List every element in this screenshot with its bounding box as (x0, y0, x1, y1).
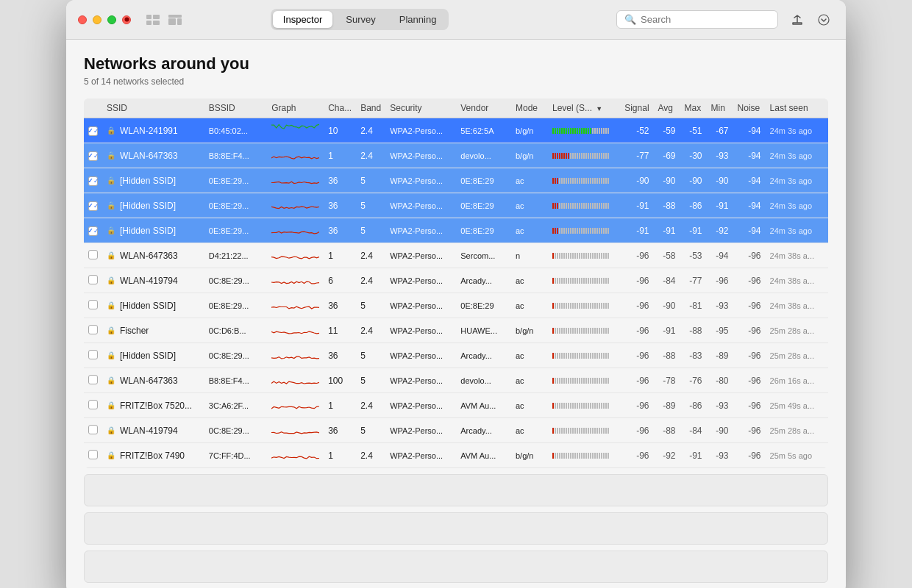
col-security[interactable]: Security (385, 98, 456, 118)
row-checkbox[interactable] (88, 350, 98, 359)
graph-cell (267, 268, 324, 293)
col-channel[interactable]: Cha... (324, 98, 356, 118)
level-bar (552, 377, 611, 384)
record-button[interactable] (122, 15, 131, 24)
signal-cell: -96 (620, 393, 653, 418)
page-subtitle: 5 of 14 networks selected (84, 76, 828, 87)
min-cell: -94 (707, 243, 733, 268)
channel-cell: 1 (324, 143, 356, 168)
col-mode[interactable]: Mode (511, 98, 548, 118)
vendor-cell: HUAWE... (456, 318, 511, 343)
avg-cell: -90 (654, 168, 680, 193)
table-row[interactable]: 🔒[Hidden SSID]0E:8E:29... 365WPA2-Perso.… (84, 293, 828, 318)
col-last-seen[interactable]: Last seen (766, 98, 828, 118)
avg-cell: -92 (654, 443, 680, 468)
row-checkbox[interactable] (88, 375, 98, 384)
col-vendor[interactable]: Vendor (456, 98, 511, 118)
col-bssid[interactable]: BSSID (204, 98, 267, 118)
graph-svg (271, 247, 319, 262)
row-checkbox[interactable] (88, 425, 98, 434)
table-row[interactable]: ✓🔒[Hidden SSID]0E:8E:29... 365WPA2-Perso… (84, 218, 828, 243)
table-row[interactable]: ✓🔒[Hidden SSID]0E:8E:29... 365WPA2-Perso… (84, 168, 828, 193)
row-checkbox[interactable] (88, 300, 98, 309)
band-cell: 5 (356, 368, 385, 393)
table-row[interactable]: 🔒FRITZ!Box 7520...3C:A6:2F... 12.4WPA2-P… (84, 393, 828, 418)
table-row[interactable]: 🔒WLAN-647363B8:8E:F4... 1005WPA2-Perso..… (84, 368, 828, 393)
vendor-cell: 0E:8E:29 (456, 218, 511, 243)
layout-icon[interactable] (168, 14, 182, 26)
signal-cell: -77 (620, 143, 653, 168)
level-bar (552, 252, 611, 259)
minimize-button[interactable] (93, 15, 101, 24)
level-bar (552, 202, 611, 209)
table-row[interactable]: 🔒WLAN-4197940C:8E:29... 365WPA2-Perso...… (84, 418, 828, 443)
row-checkbox[interactable]: ✓ (88, 226, 98, 236)
col-level[interactable]: Level (S... ▼ (548, 98, 620, 118)
row-checkbox[interactable] (88, 450, 98, 459)
nav-planning[interactable]: Planning (389, 11, 447, 28)
grid-icon[interactable] (146, 14, 160, 26)
ssid-cell: 🔒[Hidden SSID] (102, 218, 204, 243)
titlebar-actions (787, 10, 834, 30)
close-button[interactable] (78, 15, 87, 24)
table-row[interactable]: 🔒WLAN-4197940C:8E:29... 62.4WPA2-Perso..… (84, 268, 828, 293)
band-cell: 2.4 (356, 443, 385, 468)
level-bar (552, 227, 611, 234)
signal-cell: -91 (620, 193, 653, 218)
channel-cell: 36 (324, 168, 356, 193)
svg-rect-5 (168, 15, 182, 18)
security-cell: WPA2-Perso... (385, 118, 456, 143)
graph-svg (271, 297, 319, 312)
graph-cell (267, 318, 324, 343)
col-band[interactable]: Band (356, 98, 385, 118)
maximize-button[interactable] (107, 15, 116, 24)
share-button[interactable] (787, 10, 808, 30)
col-ssid[interactable]: SSID (102, 98, 204, 118)
col-max[interactable]: Max (680, 98, 707, 118)
min-cell: -92 (707, 218, 733, 243)
band-cell: 2.4 (356, 243, 385, 268)
lock-icon: 🔒 (107, 226, 115, 234)
col-avg[interactable]: Avg (654, 98, 680, 118)
nav-survey[interactable]: Survey (335, 11, 385, 28)
nav-inspector[interactable]: Inspector (273, 11, 332, 28)
search-input[interactable] (641, 14, 770, 25)
row-checkbox[interactable]: ✓ (88, 176, 98, 186)
table-row[interactable]: 🔒FRITZ!Box 74907C:FF:4D... 12.4WPA2-Pers… (84, 443, 828, 468)
svg-rect-4 (153, 21, 160, 25)
mode-cell: ac (511, 343, 548, 368)
col-noise[interactable]: Noise (733, 98, 766, 118)
table-row[interactable]: 🔒WLAN-647363D4:21:22... 12.4WPA2-Perso..… (84, 243, 828, 268)
row-checkbox[interactable] (88, 325, 98, 334)
col-signal[interactable]: Signal (620, 98, 653, 118)
avg-cell: -91 (654, 218, 680, 243)
signal-cell: -96 (620, 443, 653, 468)
lock-icon: 🔒 (107, 126, 115, 135)
last-seen-cell: 25m 28s a... (766, 318, 828, 343)
table-row[interactable]: ✓🔒WLAN-241991B0:45:02... 102.4WPA2-Perso… (84, 118, 828, 143)
mode-cell: ac (511, 293, 548, 318)
noise-cell: -96 (733, 293, 766, 318)
max-cell: -88 (680, 318, 707, 343)
row-checkbox[interactable]: ✓ (88, 201, 98, 211)
noise-cell: -96 (733, 368, 766, 393)
row-checkbox[interactable] (88, 250, 98, 259)
table-row[interactable]: 🔒Fischer0C:D6:B... 112.4WPA2-Perso...HUA… (84, 318, 828, 343)
row-checkbox[interactable] (88, 400, 98, 409)
row-checkbox[interactable]: ✓ (88, 151, 98, 161)
graph-cell (267, 293, 324, 318)
row-checkbox[interactable]: ✓ (88, 126, 98, 136)
table-row[interactable]: 🔒[Hidden SSID]0C:8E:29... 365WPA2-Perso.… (84, 343, 828, 368)
bssid-cell: B0:45:02... (204, 118, 267, 143)
search-bar[interactable]: 🔍 (616, 10, 778, 29)
mode-cell: ac (511, 268, 548, 293)
last-seen-cell: 26m 16s a... (766, 368, 828, 393)
col-min[interactable]: Min (707, 98, 733, 118)
row-checkbox[interactable] (88, 275, 98, 284)
band-cell: 5 (356, 343, 385, 368)
table-row[interactable]: ✓🔒WLAN-647363B8:8E:F4... 12.4WPA2-Perso.… (84, 143, 828, 168)
col-graph[interactable]: Graph (267, 98, 324, 118)
chevron-button[interactable] (813, 10, 834, 30)
table-row[interactable]: ✓🔒[Hidden SSID]0E:8E:29... 365WPA2-Perso… (84, 193, 828, 218)
lock-icon: 🔒 (107, 176, 115, 184)
